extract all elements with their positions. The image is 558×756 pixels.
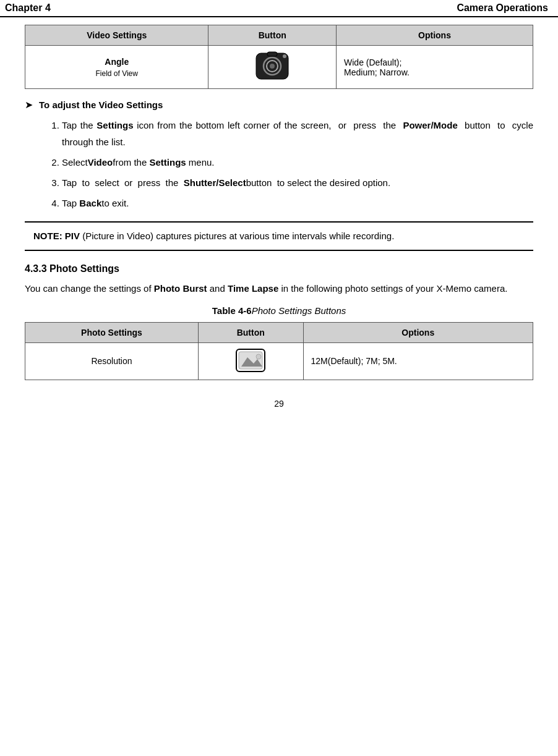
col-options: Options <box>337 25 533 46</box>
list-item: SelectVideofrom the Settings menu. <box>62 154 533 171</box>
note-text: (Picture in Video) captures pictures at … <box>82 231 394 241</box>
list-item: Tap Backto exit. <box>62 195 533 211</box>
note-box: NOTE: PIV (Picture in Video) captures pi… <box>25 221 533 251</box>
steps-list: Tap the Settings icon from the bottom le… <box>25 117 533 211</box>
main-content: Video Settings Button Options Angle Fiel… <box>0 25 558 380</box>
svg-point-9 <box>256 354 261 359</box>
page-number: 29 <box>0 399 558 415</box>
col-button-photo: Button <box>198 322 303 342</box>
note-label: NOTE: PIV <box>33 231 80 241</box>
col-options-photo: Options <box>303 322 533 342</box>
svg-rect-4 <box>267 52 277 56</box>
setting-label-cell: Angle Field of View <box>25 46 208 89</box>
bullet-heading-text: To adjust the Video Settings <box>39 100 163 110</box>
setting-sub-label: Field of View <box>33 69 200 78</box>
resolution-button-cell <box>198 342 303 380</box>
svg-point-5 <box>283 54 286 58</box>
svg-point-3 <box>270 64 275 69</box>
table-row: Resolution <box>25 342 533 380</box>
setting-main-label: Angle <box>33 57 200 67</box>
bullet-section: ➤ To adjust the Video Settings Tap the S… <box>25 99 533 211</box>
page-header: Chapter 4 Camera Operations <box>0 0 558 17</box>
bullet-heading: ➤ To adjust the Video Settings <box>25 99 533 111</box>
col-photo-settings: Photo Settings <box>25 322 199 342</box>
caption-bold: Table 4-6 <box>212 305 252 316</box>
button-cell <box>208 46 337 89</box>
table-caption: Table 4-6Photo Settings Buttons <box>25 305 533 316</box>
photo-settings-heading: 4.3.3 Photo Settings <box>25 263 533 274</box>
resolution-options-cell: 12M(Default); 7M; 5M. <box>303 342 533 380</box>
caption-italic: Photo Settings Buttons <box>252 305 346 316</box>
list-item: Tap to select or press the Shutter/Selec… <box>62 174 533 191</box>
option-line-2: Medium; Narrow. <box>344 67 525 77</box>
option-line-1: Wide (Default); <box>344 57 525 67</box>
table-row: Angle Field of View <box>25 46 533 89</box>
resolution-label-cell: Resolution <box>25 342 199 380</box>
list-item: Tap the Settings icon from the bottom le… <box>62 117 533 150</box>
video-settings-table: Video Settings Button Options Angle Fiel… <box>25 25 533 89</box>
photo-settings-table: Photo Settings Button Options Resolution <box>25 322 533 380</box>
angle-icon <box>254 51 291 82</box>
chapter-title: Camera Operations <box>457 2 548 14</box>
arrow-icon: ➤ <box>25 99 33 111</box>
photo-settings-subtext: You can change the settings of Photo Bur… <box>25 281 533 297</box>
col-video-settings: Video Settings <box>25 25 208 46</box>
resolution-icon <box>235 348 266 373</box>
col-button: Button <box>208 25 337 46</box>
chapter-label: Chapter 4 <box>5 2 51 14</box>
options-cell: Wide (Default); Medium; Narrow. <box>337 46 533 89</box>
